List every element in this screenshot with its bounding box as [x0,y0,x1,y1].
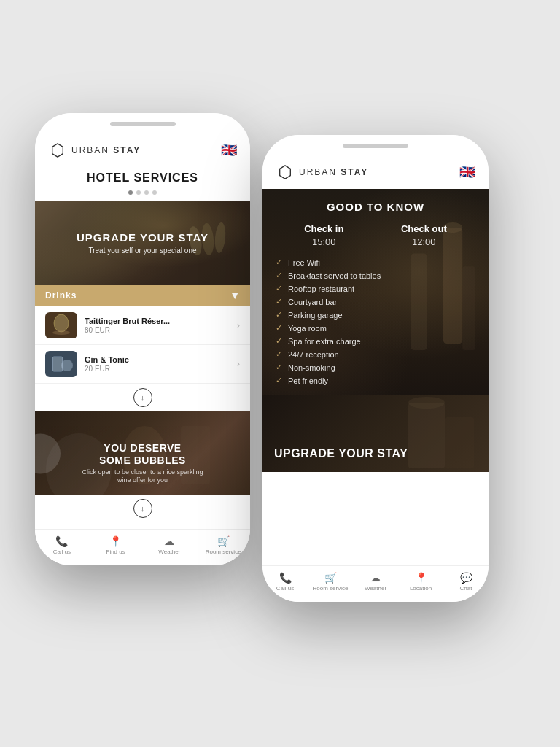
scroll-down-icon[interactable]: ↓ [133,388,152,407]
upgrade-section: UPGRADE YOUR STAY [262,395,489,472]
notch-2 [343,144,408,148]
nav2-item-weather[interactable]: ☁ Weather [353,572,398,592]
checkmark-icon-1: ✓ [276,271,282,280]
amenities-list: ✓ Free Wifi ✓ Breakfast served to tables… [276,258,475,385]
scroll-btn-2[interactable]: ↓ [35,495,250,522]
checkmark-icon-7: ✓ [276,349,282,359]
svg-point-19 [408,397,445,409]
checkmark-icon-9: ✓ [276,376,282,385]
amenity-item-9: ✓ Pet friendly [276,376,475,385]
upgrade-title: UPGRADE YOUR STAY [274,447,477,460]
menu-item-0[interactable]: Taittinger Brut Réser... 80 EUR › [35,306,250,345]
check-in-label: Check in [304,223,343,234]
dot-3[interactable] [144,190,149,195]
svg-point-6 [52,330,70,335]
checkmark-icon-3: ✓ [276,297,282,306]
nav-item-find[interactable]: 📍 Find us [89,535,143,555]
phone-1-inner: URBAN STAY 🇬🇧 HOTEL SERVICES [35,113,250,565]
flag-1[interactable]: 🇬🇧 [221,142,237,158]
dot-2[interactable] [136,190,141,195]
svg-marker-13 [280,166,291,179]
amenity-text-8: Non-smoking [288,363,335,372]
item-arrow-1: › [237,359,240,369]
svg-rect-8 [52,357,63,371]
amenity-text-5: Yoga room [288,324,327,333]
check-out-label: Check out [401,223,447,234]
amenity-item-4: ✓ Parking garage [276,310,475,320]
item-info-0: Taittinger Brut Réser... 80 EUR [85,317,230,334]
hero-subtitle-2: Click open to be closer to a nice sparkl… [47,468,238,485]
scroll-btn-1[interactable]: ↓ [35,384,250,411]
nav-label-room: Room service [206,549,241,555]
menu-item-1[interactable]: Gin & Tonic 20 EUR › [35,345,250,384]
amenity-item-1: ✓ Breakfast served to tables [276,271,475,280]
logo-1: URBAN STAY [48,141,141,160]
item-info-1: Gin & Tonic 20 EUR [85,355,230,373]
phone-icon-2: 📞 [279,572,292,584]
hero-banner-1: UPGRADE YOUR STAY Treat yourself or your… [35,201,250,285]
phone2-bottom-nav: 📞 Call us 🛒 Room service ☁ Weather 📍 Loc… [262,565,489,602]
nav2-item-location[interactable]: 📍 Location [398,572,443,592]
nav-item-room[interactable]: 🛒 Room service [196,535,250,555]
item-image-0 [45,312,77,338]
phone-2: URBAN STAY 🇬🇧 GOOD TO KNOW [262,135,489,602]
amenity-item-7: ✓ 24/7 reception [276,349,475,359]
scroll-down-icon-2[interactable]: ↓ [133,499,152,518]
logo-hex-icon [48,141,67,160]
svg-point-5 [54,314,69,332]
nav2-item-call[interactable]: 📞 Call us [262,572,308,592]
logo-text-1: URBAN STAY [71,145,141,155]
pagination-dots [35,187,250,201]
hero-title-1: UPGRADE YOUR STAY [46,231,240,244]
hero-subtitle-1: Treat yourself or your special one [46,247,240,255]
check-in-col: Check in 15:00 [304,223,343,247]
phone-1: URBAN STAY 🇬🇧 HOTEL SERVICES [35,113,250,565]
amenity-text-7: 24/7 reception [288,350,339,359]
nav2-item-room[interactable]: 🛒 Room service [308,572,353,592]
phone-2-inner: URBAN STAY 🇬🇧 GOOD TO KNOW [262,135,489,602]
amenity-item-0: ✓ Free Wifi [276,258,475,267]
amenity-text-1: Breakfast served to tables [288,271,381,280]
nav-item-weather[interactable]: ☁ Weather [143,535,197,555]
location-icon: 📍 [109,535,122,547]
svg-marker-0 [52,144,63,157]
checkmark-icon-8: ✓ [276,363,282,372]
section-title: GOOD TO KNOW [276,201,475,213]
item-name-0: Taittinger Brut Réser... [85,317,230,325]
cart-icon-2: 🛒 [324,572,337,584]
hero-content-2: YOU DESERVESOME BUBBLES Click open to be… [35,442,250,495]
nav-label-weather: Weather [158,549,180,555]
amenity-text-3: Courtyard bar [288,298,337,306]
checkmark-icon-6: ✓ [276,336,282,346]
logo-text-2: URBAN STAY [299,167,368,177]
checkmark-icon-5: ✓ [276,323,282,333]
check-out-col: Check out 12:00 [401,223,447,247]
amenity-item-3: ✓ Courtyard bar [276,297,475,306]
hero-content-1: UPGRADE YOUR STAY Treat yourself or your… [46,231,240,255]
drinks-dropdown[interactable]: Drinks ▼ [35,285,250,306]
logo-hex-icon-2 [276,163,295,182]
cart-icon: 🛒 [217,535,230,547]
item-image-1 [45,351,77,377]
dot-1[interactable] [128,190,133,195]
page-title-1: HOTEL SERVICES [35,167,250,187]
amenity-text-4: Parking garage [288,311,343,320]
nav2-label-weather: Weather [365,585,386,592]
amenity-item-8: ✓ Non-smoking [276,363,475,372]
amenity-text-6: Spa for extra charge [288,337,361,346]
flag-2[interactable]: 🇬🇧 [459,164,475,180]
nav-label-call: Call us [53,549,71,555]
dropdown-label: Drinks [45,290,77,301]
nav2-label-chat: Chat [460,585,472,592]
checkmark-icon-0: ✓ [276,258,282,267]
nav2-item-chat[interactable]: 💬 Chat [443,572,489,592]
item-price-1: 20 EUR [85,365,230,373]
check-out-time: 12:00 [401,236,447,247]
amenity-item-5: ✓ Yoga room [276,323,475,333]
phone1-bottom-nav: 📞 Call us 📍 Find us ☁ Weather 🛒 Room ser… [35,529,250,565]
notch-1 [110,122,176,126]
checkmark-icon-2: ✓ [276,284,282,293]
check-times-row: Check in 15:00 Check out 12:00 [276,223,475,247]
dot-4[interactable] [152,190,157,195]
nav-item-call[interactable]: 📞 Call us [35,535,89,555]
